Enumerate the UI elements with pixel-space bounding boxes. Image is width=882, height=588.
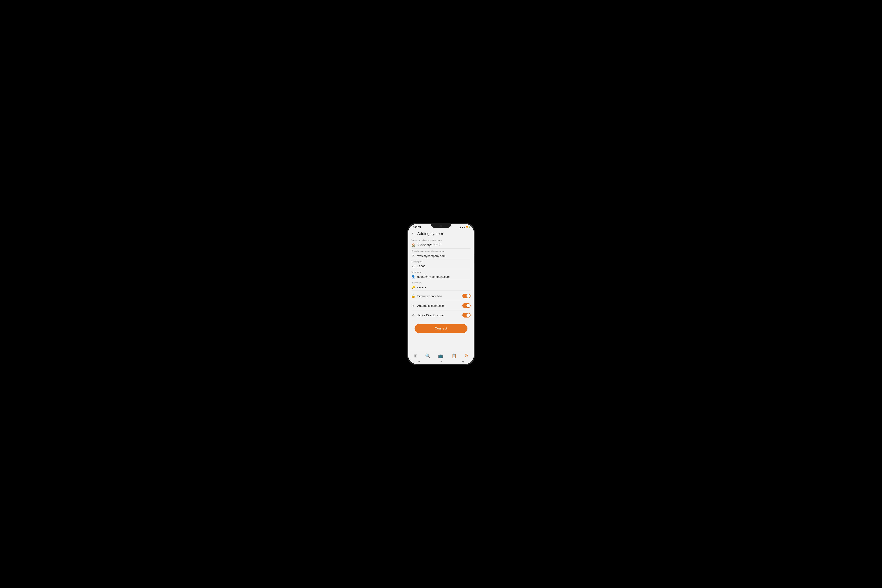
label-automatic-connection: Automatic connection xyxy=(417,304,460,308)
nav-list-icon[interactable]: 📋 xyxy=(450,352,457,359)
nav-grid-icon[interactable]: ⊞ xyxy=(413,352,418,359)
home-button[interactable]: ⊙ xyxy=(440,360,442,363)
signal-icon: ▲▲▲ xyxy=(460,226,465,228)
lock-icon: 🔒 xyxy=(411,294,416,298)
nav-settings-icon[interactable]: ⚙ xyxy=(464,352,469,359)
ad-icon: AD xyxy=(411,314,416,316)
label-active-directory: Active Directory user xyxy=(417,314,460,317)
field-password: Password 🔑 •••••• xyxy=(411,282,471,291)
nav-tv-icon[interactable]: 📺 xyxy=(437,352,444,359)
toggle-secure-connection-switch[interactable] xyxy=(462,294,471,298)
status-time: 12:42 PM xyxy=(411,226,421,228)
status-icons: ▲▲▲ 📶 🔋 xyxy=(460,226,471,228)
value-system-name[interactable]: Video system 3 xyxy=(417,243,471,247)
toggle-active-directory-switch[interactable] xyxy=(462,313,471,318)
nav-icons-row: ⊞ 🔍 📺 📋 ⚙ xyxy=(408,352,474,359)
toggle-automatic-connection: ▷ Automatic connection xyxy=(411,301,471,310)
label-ip-address: IP address or server domain name xyxy=(411,250,471,252)
value-server-port[interactable]: 18080 xyxy=(417,265,471,268)
value-username[interactable]: user1@mycompany.com xyxy=(417,275,471,278)
back-sys-button[interactable]: ◀ xyxy=(462,360,464,363)
camera xyxy=(440,225,442,226)
bottom-navigation: ⊞ 🔍 📺 📋 ⚙ ■ ⊙ ◀ xyxy=(408,351,474,364)
label-server-port: Server port xyxy=(411,261,471,263)
field-system-name: Video surveillance system name 🏠 Video s… xyxy=(411,239,471,249)
value-ip-address[interactable]: vms.mycompany.com xyxy=(417,254,471,258)
label-secure-connection: Secure connection xyxy=(417,294,460,298)
notch xyxy=(431,224,451,228)
play-icon: ▷ xyxy=(411,304,416,308)
monitor-icon: 🖨 xyxy=(411,264,416,268)
wifi-icon: 📶 xyxy=(466,226,468,228)
toggle-active-directory: AD Active Directory user xyxy=(411,310,471,320)
connect-button[interactable]: Connect xyxy=(414,324,468,333)
field-username: User name 👤 user1@mycompany.com xyxy=(411,271,471,280)
person-icon: 👤 xyxy=(411,275,416,279)
page-title: Adding system xyxy=(417,231,443,236)
label-system-name: Video surveillance system name xyxy=(411,239,471,242)
home-icon: 🏠 xyxy=(411,243,416,247)
side-button xyxy=(474,255,475,262)
form-area: Video surveillance system name 🏠 Video s… xyxy=(408,237,474,351)
value-password[interactable]: •••••• xyxy=(417,286,471,289)
toggle-automatic-connection-switch[interactable] xyxy=(462,303,471,308)
field-ip-address: IP address or server domain name 🖥 vms.m… xyxy=(411,250,471,259)
key-icon: 🔑 xyxy=(411,285,416,289)
toggle-secure-connection: 🔒 Secure connection xyxy=(411,291,471,301)
nav-search-icon[interactable]: 🔍 xyxy=(424,352,431,359)
label-password: Password xyxy=(411,282,471,284)
field-server-port: Server port 🖨 18080 xyxy=(411,261,471,269)
page-header: ← Adding system xyxy=(408,230,474,237)
server-icon: 🖥 xyxy=(411,254,416,258)
stop-button[interactable]: ■ xyxy=(418,360,420,363)
screen-content: ← Adding system Video surveillance syste… xyxy=(408,230,474,364)
battery-icon: 🔋 xyxy=(468,226,471,228)
phone-frame: 12:42 PM ▲▲▲ 📶 🔋 ← Adding system Video s… xyxy=(408,224,474,364)
system-nav-bar: ■ ⊙ ◀ xyxy=(408,359,474,363)
label-username: User name xyxy=(411,271,471,273)
back-button[interactable]: ← xyxy=(411,232,415,236)
